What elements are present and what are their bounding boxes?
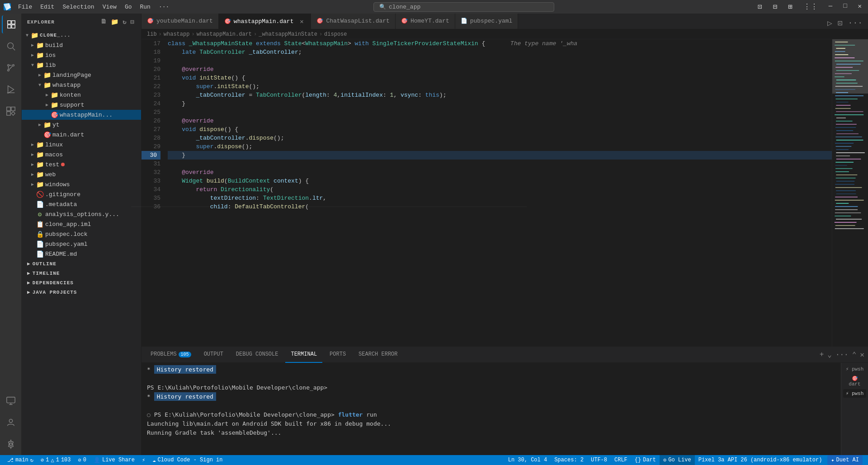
- terminal-side-pwsh2[interactable]: ⚡ pwsh: [843, 389, 866, 398]
- terminal-more-icon[interactable]: ···: [835, 351, 849, 359]
- run-debug-activity-icon[interactable]: [2, 80, 20, 99]
- tab-youtubeMain[interactable]: 🎯 youtubeMain.dart: [142, 14, 219, 29]
- layout-4-btn[interactable]: ⋮⋮: [801, 1, 821, 12]
- breadcrumb-lib[interactable]: lib: [147, 31, 157, 38]
- run-tab-btn[interactable]: ▷: [826, 17, 834, 29]
- sidebar-section-java-projects[interactable]: ▶ JAVA PROJECTS: [22, 287, 141, 297]
- status-cloud[interactable]: ☁ Cloud Code - Sign in: [149, 455, 226, 465]
- tab-HomeYT[interactable]: 🎯 HomeYT.dart: [396, 14, 455, 29]
- status-live-share[interactable]: 👤 Live Share: [90, 455, 138, 465]
- view-menu[interactable]: View: [99, 3, 120, 11]
- add-terminal-icon[interactable]: +: [820, 351, 824, 359]
- go-menu[interactable]: Go: [121, 3, 136, 11]
- status-errors[interactable]: ⊘ 1 △ 1 103: [37, 455, 74, 465]
- breadcrumb-whastapp[interactable]: whastapp: [164, 31, 190, 38]
- code-area[interactable]: class _WhatsappMainState extends State <…: [164, 39, 832, 347]
- status-position[interactable]: Ln 30, Col 4: [505, 455, 551, 465]
- sidebar-item-gitignore[interactable]: 🚫 .gitignore: [22, 189, 141, 199]
- breadcrumb-class[interactable]: _whatsappMainState: [259, 31, 317, 38]
- svg-rect-2: [7, 25, 10, 28]
- tab-whastappMain[interactable]: 🎯 whastappMain.dart ✕: [219, 14, 311, 29]
- sidebar-item-pubspec-yaml[interactable]: 📄 pubspec.yaml: [22, 239, 141, 249]
- maximize-btn[interactable]: □: [840, 1, 849, 12]
- explorer-activity-icon[interactable]: [2, 15, 20, 33]
- layout-3-btn[interactable]: ⊞: [785, 1, 795, 12]
- layout-1-btn[interactable]: ⊡: [755, 1, 765, 12]
- sidebar-item-macos[interactable]: ▶ 📁 macos: [22, 150, 141, 160]
- panel-tab-output[interactable]: OUTPUT: [198, 347, 229, 363]
- sidebar-section-timeline[interactable]: ▶ TIMELINE: [22, 268, 141, 278]
- account-activity-icon[interactable]: [2, 413, 20, 432]
- more-menu[interactable]: ···: [155, 3, 173, 11]
- sidebar-item-iml[interactable]: 📋 clone_app.iml: [22, 219, 141, 229]
- terminal-content[interactable]: * History restored PS E:\Kuliah\Portofol…: [142, 363, 841, 455]
- sidebar-item-metadata[interactable]: 📄 .metadata: [22, 199, 141, 209]
- terminal-side-psw1[interactable]: ⚡ pwsh: [843, 365, 866, 373]
- collapse-all-icon[interactable]: ⊟: [130, 17, 136, 27]
- status-eol[interactable]: CRLF: [611, 455, 631, 465]
- sidebar-item-ios[interactable]: ▶ 📁 ios: [22, 50, 141, 60]
- panel-tab-search-error[interactable]: SEARCH ERROR: [353, 347, 403, 363]
- status-go-live[interactable]: ⊙ Go Live: [660, 455, 695, 465]
- selection-menu[interactable]: Selection: [59, 3, 98, 11]
- refresh-icon[interactable]: ↻: [122, 17, 127, 27]
- terminal-close-icon[interactable]: ✕: [860, 350, 864, 359]
- sidebar-item-main-dart[interactable]: 🎯 main.dart: [22, 130, 141, 140]
- search-activity-icon[interactable]: [2, 37, 20, 55]
- source-control-activity-icon[interactable]: [2, 59, 20, 77]
- status-spaces[interactable]: Spaces: 2: [551, 455, 587, 465]
- extensions-activity-icon[interactable]: [2, 102, 20, 120]
- new-file-icon[interactable]: 🗎: [99, 17, 108, 27]
- minimize-btn[interactable]: —: [826, 1, 835, 12]
- panel-tab-ports[interactable]: PORTS: [324, 347, 351, 363]
- sidebar-item-yt[interactable]: ▶ 📁 yt: [22, 120, 141, 130]
- sidebar-section-outline[interactable]: ▶ OUTLINE: [22, 259, 141, 268]
- sidebar-item-windows[interactable]: ▶ 📁 windows: [22, 179, 141, 189]
- status-no-problems[interactable]: ⊘ 0: [75, 455, 90, 465]
- new-folder-icon[interactable]: 📁: [110, 17, 120, 27]
- sidebar-item-whastapp[interactable]: ▼ 📁 whastapp: [22, 80, 141, 90]
- sidebar-item-pubspec-lock[interactable]: 🔒 pubspec.lock: [22, 229, 141, 239]
- sidebar-item-lib[interactable]: ▼ 📁 lib: [22, 60, 141, 70]
- terminal-layout-icon[interactable]: ⌄: [827, 350, 832, 359]
- sidebar-item-landingpage[interactable]: ▶ 📁 landingPage: [22, 70, 141, 80]
- more-tab-btn[interactable]: ···: [846, 18, 864, 28]
- sidebar-item-linux[interactable]: ▶ 📁 linux: [22, 140, 141, 150]
- sidebar-item-web[interactable]: ▶ 📁 web: [22, 169, 141, 179]
- settings-activity-icon[interactable]: [2, 435, 20, 453]
- edit-menu[interactable]: Edit: [37, 3, 58, 11]
- sidebar-item-readme[interactable]: 📄 README.md: [22, 249, 141, 259]
- status-branch[interactable]: ⎇ main ↻: [4, 455, 37, 465]
- sidebar-item-whastappmain[interactable]: 🎯 whastappMain...: [22, 110, 141, 120]
- panel-tab-terminal[interactable]: TERMINAL: [285, 347, 322, 363]
- tab-pubspec[interactable]: 📄 pubspec.yaml: [455, 14, 519, 29]
- sidebar-section-dependencies[interactable]: ▶ DEPENDENCIES: [22, 278, 141, 287]
- tab-whastappMain-close-icon[interactable]: ✕: [298, 18, 305, 25]
- sidebar-item-test[interactable]: ▶ 📁 test: [22, 160, 141, 169]
- status-lightning[interactable]: ⚡: [138, 455, 149, 465]
- panel-tab-debug[interactable]: DEBUG CONSOLE: [231, 347, 284, 363]
- sidebar-item-support[interactable]: ▶ 📁 support: [22, 100, 141, 110]
- ln-30: 30: [142, 151, 160, 160]
- run-menu[interactable]: Run: [136, 3, 154, 11]
- sidebar-item-build[interactable]: ▶ 📁 build: [22, 40, 141, 50]
- close-btn[interactable]: ✕: [855, 1, 864, 12]
- status-language[interactable]: {} Dart: [631, 455, 660, 465]
- sidebar-item-analysis[interactable]: ⚙ analysis_options.y...: [22, 209, 141, 219]
- file-menu[interactable]: File: [14, 3, 36, 11]
- remote-activity-icon[interactable]: [2, 392, 20, 410]
- breadcrumb-method[interactable]: dispose: [324, 31, 347, 38]
- title-search-box[interactable]: 🔍 clone_app: [373, 2, 554, 12]
- tree-root[interactable]: ▼ 📁 CLONE_...: [22, 30, 141, 40]
- layout-2-btn[interactable]: ⊟: [770, 1, 780, 12]
- status-device[interactable]: Pixel 3a API 26 (android-x86 emulator): [695, 455, 826, 465]
- status-encoding[interactable]: UTF-8: [587, 455, 611, 465]
- terminal-side-dart[interactable]: 🎯 dart: [843, 374, 866, 388]
- breadcrumb-file[interactable]: whastappMain.dart: [197, 31, 252, 38]
- terminal-maximize-icon[interactable]: ⌃: [852, 350, 857, 359]
- sidebar-item-konten[interactable]: ▶ 📁 konten: [22, 90, 141, 100]
- split-tab-btn[interactable]: ⊡: [836, 17, 844, 29]
- tab-ChatWasapList[interactable]: 🎯 ChatWasapList.dart: [311, 14, 395, 29]
- status-duet[interactable]: ✦ Duet AI: [827, 455, 863, 465]
- panel-tab-problems[interactable]: PROBLEMS 105: [145, 347, 197, 363]
